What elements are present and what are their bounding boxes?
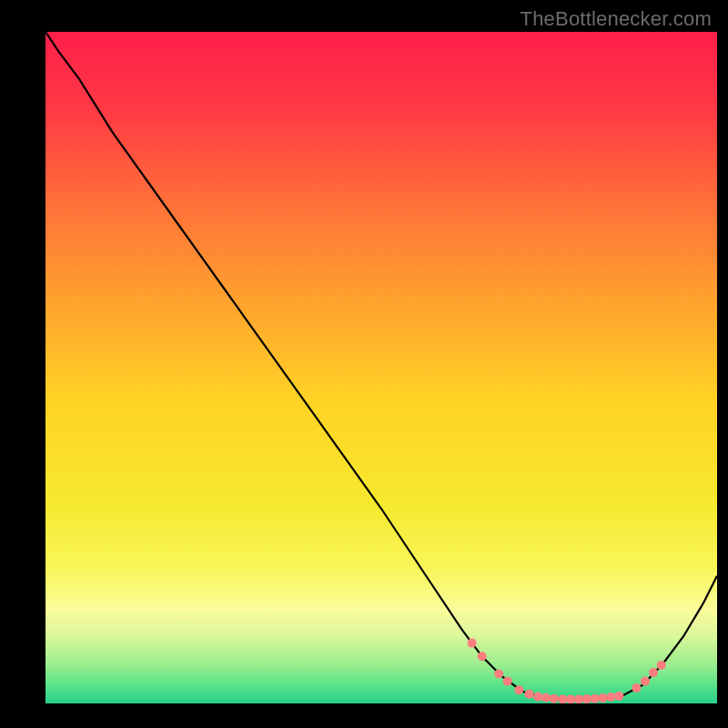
marker-point [503, 677, 512, 686]
marker-point [599, 693, 608, 703]
marker-point [574, 694, 583, 703]
marker-point [649, 668, 658, 677]
marker-point [494, 670, 503, 679]
brand-label: TheBottlenecker.com [521, 7, 712, 31]
marker-point [591, 694, 600, 703]
marker-point [657, 661, 666, 670]
marker-point [558, 694, 567, 703]
marker-point [468, 639, 477, 648]
marker-point [524, 690, 533, 699]
chart-frame [46, 32, 717, 703]
marker-point [614, 692, 623, 701]
marker-point [533, 693, 542, 702]
marker-point [582, 694, 592, 703]
marker-point [641, 677, 650, 686]
chart-svg [46, 32, 717, 703]
marker-point [550, 694, 559, 703]
marker-point [606, 693, 615, 702]
marker-point [514, 685, 523, 694]
marker-point [541, 693, 551, 703]
marker-point [478, 652, 487, 661]
marker-point [632, 683, 641, 693]
chart-background [46, 32, 717, 703]
